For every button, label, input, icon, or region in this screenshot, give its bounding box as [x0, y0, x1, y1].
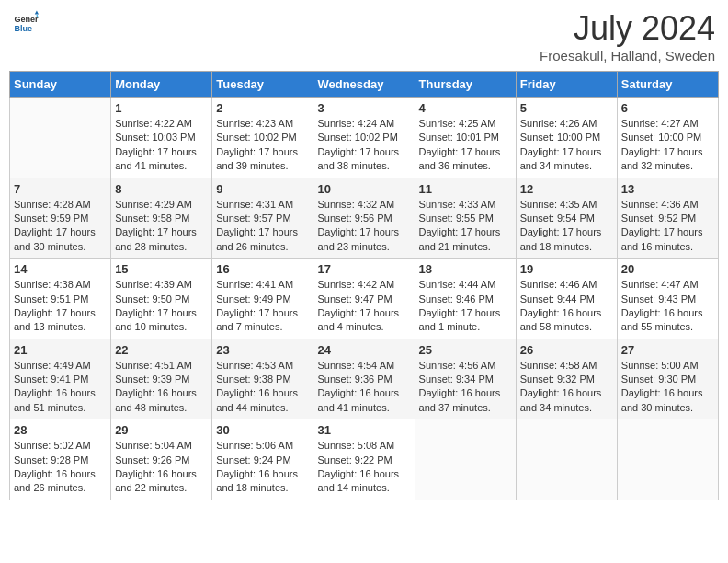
- calendar-cell: 1Sunrise: 4:22 AM Sunset: 10:03 PM Dayli…: [111, 98, 212, 178]
- day-info: Sunrise: 4:42 AM Sunset: 9:47 PM Dayligh…: [317, 278, 410, 335]
- day-info: Sunrise: 4:31 AM Sunset: 9:57 PM Dayligh…: [216, 198, 309, 255]
- logo-icon: General Blue: [13, 9, 39, 35]
- calendar-cell: [516, 419, 617, 500]
- day-info: Sunrise: 4:33 AM Sunset: 9:55 PM Dayligh…: [419, 198, 512, 255]
- day-number: 25: [419, 343, 512, 357]
- header-row: SundayMondayTuesdayWednesdayThursdayFrid…: [10, 72, 719, 98]
- calendar-cell: 20Sunrise: 4:47 AM Sunset: 9:43 PM Dayli…: [617, 259, 718, 339]
- day-info: Sunrise: 4:46 AM Sunset: 9:44 PM Dayligh…: [520, 278, 613, 335]
- day-info: Sunrise: 4:23 AM Sunset: 10:02 PM Daylig…: [216, 117, 309, 174]
- calendar-cell: 31Sunrise: 5:08 AM Sunset: 9:22 PM Dayli…: [313, 419, 415, 500]
- day-number: 2: [216, 101, 309, 115]
- calendar-cell: 7Sunrise: 4:28 AM Sunset: 9:59 PM Daylig…: [10, 178, 111, 259]
- calendar-cell: 22Sunrise: 4:51 AM Sunset: 9:39 PM Dayli…: [111, 339, 212, 419]
- day-info: Sunrise: 5:02 AM Sunset: 9:28 PM Dayligh…: [14, 439, 107, 496]
- day-number: 19: [520, 262, 613, 276]
- title-block: July 2024 Froesakull, Halland, Sweden: [540, 9, 715, 63]
- calendar-cell: 28Sunrise: 5:02 AM Sunset: 9:28 PM Dayli…: [10, 419, 111, 500]
- day-number: 20: [621, 262, 714, 276]
- calendar-cell: 12Sunrise: 4:35 AM Sunset: 9:54 PM Dayli…: [516, 178, 617, 259]
- day-info: Sunrise: 4:39 AM Sunset: 9:50 PM Dayligh…: [115, 278, 208, 335]
- day-info: Sunrise: 4:44 AM Sunset: 9:46 PM Dayligh…: [419, 278, 512, 335]
- day-number: 10: [317, 182, 410, 196]
- location: Froesakull, Halland, Sweden: [540, 48, 715, 63]
- header-day: Thursday: [415, 72, 516, 98]
- day-info: Sunrise: 4:36 AM Sunset: 9:52 PM Dayligh…: [621, 198, 714, 255]
- calendar-cell: 26Sunrise: 4:58 AM Sunset: 9:32 PM Dayli…: [516, 339, 617, 419]
- day-info: Sunrise: 5:00 AM Sunset: 9:30 PM Dayligh…: [621, 359, 714, 416]
- calendar-week-row: 7Sunrise: 4:28 AM Sunset: 9:59 PM Daylig…: [10, 178, 719, 259]
- calendar-cell: 21Sunrise: 4:49 AM Sunset: 9:41 PM Dayli…: [10, 339, 111, 419]
- day-number: 24: [317, 343, 410, 357]
- day-number: 21: [14, 343, 107, 357]
- calendar-cell: [10, 98, 111, 178]
- day-info: Sunrise: 4:22 AM Sunset: 10:03 PM Daylig…: [115, 117, 208, 174]
- svg-marker-2: [35, 10, 39, 14]
- calendar-cell: 24Sunrise: 4:54 AM Sunset: 9:36 PM Dayli…: [313, 339, 415, 419]
- day-info: Sunrise: 4:47 AM Sunset: 9:43 PM Dayligh…: [621, 278, 714, 335]
- day-number: 8: [115, 182, 208, 196]
- day-number: 29: [115, 423, 208, 437]
- calendar-table: SundayMondayTuesdayWednesdayThursdayFrid…: [9, 71, 719, 500]
- day-number: 3: [317, 101, 410, 115]
- calendar-cell: 2Sunrise: 4:23 AM Sunset: 10:02 PM Dayli…: [212, 98, 313, 178]
- day-number: 14: [14, 262, 107, 276]
- day-info: Sunrise: 4:51 AM Sunset: 9:39 PM Dayligh…: [115, 359, 208, 416]
- calendar-cell: 17Sunrise: 4:42 AM Sunset: 9:47 PM Dayli…: [313, 259, 415, 339]
- month-title: July 2024: [540, 9, 715, 48]
- header-day: Monday: [111, 72, 212, 98]
- day-number: 7: [14, 182, 107, 196]
- day-number: 4: [419, 101, 512, 115]
- day-number: 9: [216, 182, 309, 196]
- day-info: Sunrise: 4:29 AM Sunset: 9:58 PM Dayligh…: [115, 198, 208, 255]
- day-number: 27: [621, 343, 714, 357]
- page-header: General Blue July 2024 Froesakull, Halla…: [9, 9, 719, 63]
- day-number: 1: [115, 101, 208, 115]
- calendar-week-row: 28Sunrise: 5:02 AM Sunset: 9:28 PM Dayli…: [10, 419, 719, 500]
- day-number: 6: [621, 101, 714, 115]
- header-day: Tuesday: [212, 72, 313, 98]
- day-info: Sunrise: 4:26 AM Sunset: 10:00 PM Daylig…: [520, 117, 613, 174]
- day-number: 22: [115, 343, 208, 357]
- calendar-cell: [415, 419, 516, 500]
- calendar-cell: 29Sunrise: 5:04 AM Sunset: 9:26 PM Dayli…: [111, 419, 212, 500]
- day-info: Sunrise: 4:53 AM Sunset: 9:38 PM Dayligh…: [216, 359, 309, 416]
- svg-text:Blue: Blue: [14, 24, 32, 33]
- header-day: Sunday: [10, 72, 111, 98]
- day-info: Sunrise: 4:35 AM Sunset: 9:54 PM Dayligh…: [520, 198, 613, 255]
- day-info: Sunrise: 5:08 AM Sunset: 9:22 PM Dayligh…: [317, 439, 410, 496]
- day-info: Sunrise: 4:49 AM Sunset: 9:41 PM Dayligh…: [14, 359, 107, 416]
- calendar-cell: 9Sunrise: 4:31 AM Sunset: 9:57 PM Daylig…: [212, 178, 313, 259]
- day-info: Sunrise: 4:28 AM Sunset: 9:59 PM Dayligh…: [14, 198, 107, 255]
- calendar-cell: 5Sunrise: 4:26 AM Sunset: 10:00 PM Dayli…: [516, 98, 617, 178]
- day-info: Sunrise: 4:38 AM Sunset: 9:51 PM Dayligh…: [14, 278, 107, 335]
- day-number: 5: [520, 101, 613, 115]
- svg-text:General: General: [14, 15, 39, 24]
- calendar-cell: 13Sunrise: 4:36 AM Sunset: 9:52 PM Dayli…: [617, 178, 718, 259]
- calendar-cell: 30Sunrise: 5:06 AM Sunset: 9:24 PM Dayli…: [212, 419, 313, 500]
- calendar-cell: 4Sunrise: 4:25 AM Sunset: 10:01 PM Dayli…: [415, 98, 516, 178]
- logo: General Blue: [13, 9, 39, 35]
- day-number: 16: [216, 262, 309, 276]
- day-info: Sunrise: 4:27 AM Sunset: 10:00 PM Daylig…: [621, 117, 714, 174]
- calendar-cell: 8Sunrise: 4:29 AM Sunset: 9:58 PM Daylig…: [111, 178, 212, 259]
- day-info: Sunrise: 4:32 AM Sunset: 9:56 PM Dayligh…: [317, 198, 410, 255]
- day-info: Sunrise: 4:54 AM Sunset: 9:36 PM Dayligh…: [317, 359, 410, 416]
- calendar-cell: 3Sunrise: 4:24 AM Sunset: 10:02 PM Dayli…: [313, 98, 415, 178]
- day-number: 12: [520, 182, 613, 196]
- day-number: 31: [317, 423, 410, 437]
- day-number: 30: [216, 423, 309, 437]
- calendar-week-row: 14Sunrise: 4:38 AM Sunset: 9:51 PM Dayli…: [10, 259, 719, 339]
- calendar-cell: 10Sunrise: 4:32 AM Sunset: 9:56 PM Dayli…: [313, 178, 415, 259]
- calendar-cell: 6Sunrise: 4:27 AM Sunset: 10:00 PM Dayli…: [617, 98, 718, 178]
- calendar-week-row: 21Sunrise: 4:49 AM Sunset: 9:41 PM Dayli…: [10, 339, 719, 419]
- header-day: Saturday: [617, 72, 718, 98]
- day-number: 11: [419, 182, 512, 196]
- calendar-cell: 19Sunrise: 4:46 AM Sunset: 9:44 PM Dayli…: [516, 259, 617, 339]
- day-info: Sunrise: 4:56 AM Sunset: 9:34 PM Dayligh…: [419, 359, 512, 416]
- day-number: 15: [115, 262, 208, 276]
- calendar-week-row: 1Sunrise: 4:22 AM Sunset: 10:03 PM Dayli…: [10, 98, 719, 178]
- day-info: Sunrise: 4:24 AM Sunset: 10:02 PM Daylig…: [317, 117, 410, 174]
- calendar-cell: 25Sunrise: 4:56 AM Sunset: 9:34 PM Dayli…: [415, 339, 516, 419]
- day-info: Sunrise: 5:04 AM Sunset: 9:26 PM Dayligh…: [115, 439, 208, 496]
